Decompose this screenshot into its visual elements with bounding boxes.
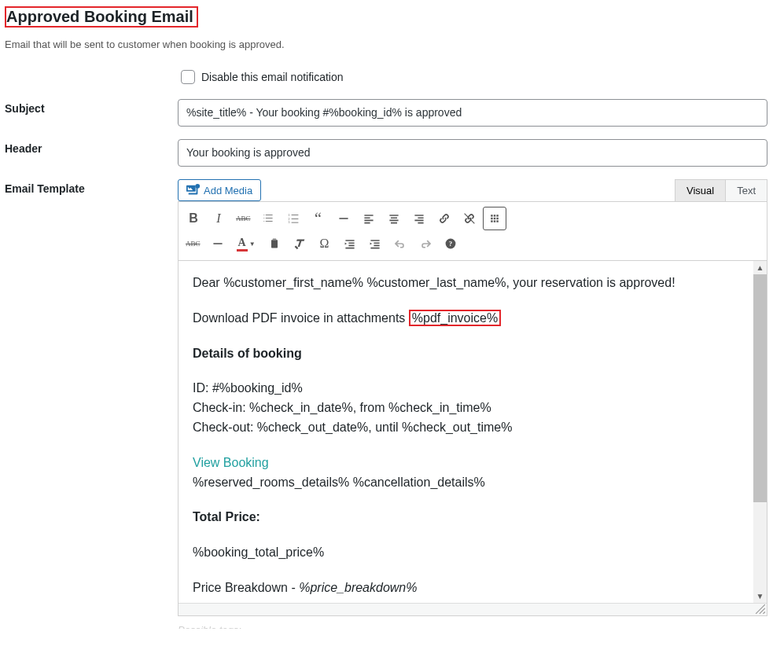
- details-heading: Details of booking: [193, 344, 739, 364]
- wysiwyg-editor: Add Media Visual Text B I ABC 123 “: [178, 179, 767, 629]
- add-media-label: Add Media: [204, 185, 252, 196]
- svg-point-0: [195, 184, 200, 189]
- bullet-list-button[interactable]: [256, 207, 280, 230]
- svg-rect-6: [493, 215, 495, 216]
- numbered-list-button[interactable]: 123: [282, 207, 305, 230]
- text-color-button[interactable]: A▼: [231, 232, 261, 255]
- svg-text:3: 3: [288, 220, 289, 224]
- redo-button[interactable]: [414, 232, 437, 255]
- unlink-button[interactable]: [458, 207, 481, 230]
- subject-label: Subject: [5, 99, 178, 115]
- view-block: View Booking %reserved_rooms_details% %c…: [193, 454, 739, 493]
- horizontal-rule2-button[interactable]: [206, 232, 230, 255]
- tab-visual[interactable]: Visual: [675, 179, 726, 201]
- svg-rect-16: [272, 239, 276, 241]
- subject-input[interactable]: [178, 99, 767, 127]
- editor-resize-handle[interactable]: [179, 603, 767, 615]
- svg-rect-5: [491, 215, 492, 216]
- outdent-button[interactable]: [338, 232, 362, 255]
- svg-rect-9: [493, 218, 495, 219]
- details-block: ID: #%booking_id% Check-in: %check_in_da…: [193, 379, 739, 437]
- align-center-button[interactable]: [382, 207, 406, 230]
- svg-rect-7: [496, 215, 498, 216]
- page-title: Approved Booking Email: [5, 6, 198, 28]
- breakdown-line: Price Breakdown - %price_breakdown%: [193, 578, 739, 598]
- disable-row: Disable this email notification: [5, 68, 779, 86]
- total-value: %booking_total_price%: [193, 543, 739, 563]
- help-button[interactable]: ?: [439, 232, 462, 255]
- scroll-up-arrow[interactable]: ▲: [753, 261, 767, 274]
- header-input[interactable]: [178, 139, 767, 167]
- subject-row: Subject: [5, 99, 779, 127]
- clear-formatting-button[interactable]: [288, 232, 311, 255]
- tab-text[interactable]: Text: [725, 179, 767, 201]
- template-row: Email Template Add Media Visual Text B I: [5, 179, 779, 629]
- svg-rect-15: [271, 240, 278, 248]
- link-button[interactable]: [432, 207, 456, 230]
- disable-checkbox[interactable]: [181, 70, 195, 84]
- svg-rect-11: [491, 220, 492, 222]
- svg-rect-12: [493, 220, 495, 222]
- paste-button[interactable]: [263, 232, 286, 255]
- download-line: Download PDF invoice in attachments %pdf…: [193, 309, 739, 329]
- svg-text:?: ?: [448, 240, 451, 248]
- view-booking-link[interactable]: View Booking: [193, 456, 269, 469]
- total-heading: Total Price:: [193, 508, 739, 527]
- indent-button[interactable]: [363, 232, 387, 255]
- horizontal-rule-button[interactable]: [332, 207, 355, 230]
- blockquote-button[interactable]: “: [307, 207, 330, 230]
- template-label: Email Template: [5, 179, 178, 195]
- svg-rect-14: [213, 243, 222, 244]
- strikethrough2-button[interactable]: ABC: [182, 232, 204, 255]
- italic-button[interactable]: I: [207, 207, 230, 230]
- greeting-line: Dear %customer_first_name% %customer_las…: [193, 274, 739, 293]
- editor-scrollbar[interactable]: ▲ ▼: [753, 261, 767, 603]
- align-right-button[interactable]: [407, 207, 431, 230]
- toolbar-toggle-button[interactable]: [483, 207, 506, 230]
- special-char-button[interactable]: Ω: [313, 232, 337, 255]
- disable-label: Disable this email notification: [201, 71, 344, 83]
- undo-button[interactable]: [388, 232, 412, 255]
- header-row: Header: [5, 139, 779, 167]
- editor-content-area[interactable]: Dear %customer_first_name% %customer_las…: [179, 261, 753, 603]
- header-label: Header: [5, 139, 178, 155]
- align-left-button[interactable]: [357, 207, 381, 230]
- scroll-thumb[interactable]: [753, 274, 767, 502]
- strikethrough-button[interactable]: ABC: [232, 207, 255, 230]
- svg-rect-10: [496, 218, 498, 219]
- media-icon: [186, 183, 201, 197]
- pdf-invoice-tag: %pdf_invoice%: [409, 310, 501, 326]
- page-description: Email that will be sent to customer when…: [5, 39, 779, 50]
- scroll-down-arrow[interactable]: ▼: [753, 589, 767, 603]
- add-media-button[interactable]: Add Media: [178, 179, 261, 201]
- bold-button[interactable]: B: [182, 207, 205, 230]
- svg-rect-4: [339, 218, 348, 219]
- editor-toolbar: B I ABC 123 “: [179, 202, 767, 261]
- svg-rect-13: [496, 220, 498, 222]
- disable-checkbox-wrap[interactable]: Disable this email notification: [178, 68, 779, 86]
- svg-rect-8: [491, 218, 492, 219]
- tags-hint: Possible tags:: [178, 624, 767, 629]
